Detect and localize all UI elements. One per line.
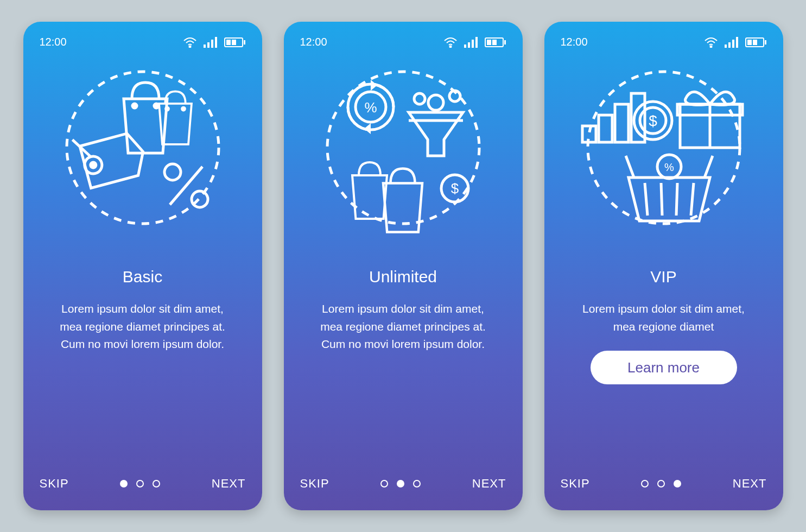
svg-rect-47 <box>747 40 752 45</box>
signal-icon <box>725 37 739 48</box>
svg-point-11 <box>154 104 158 108</box>
screen-title: Basic <box>40 268 246 286</box>
dot-2 <box>657 480 665 487</box>
skip-button[interactable]: SKIP <box>300 477 329 491</box>
svg-point-0 <box>189 46 191 47</box>
svg-rect-41 <box>725 45 727 48</box>
page-indicator <box>641 480 681 487</box>
svg-rect-22 <box>468 42 470 48</box>
page-indicator <box>380 480 421 487</box>
onboarding-screen-unlimited: 12:00 % <box>284 22 523 510</box>
status-time: 12:00 <box>300 36 327 48</box>
dot-3 <box>674 480 681 487</box>
vip-illustration: $ % <box>561 58 767 237</box>
battery-icon <box>224 37 246 48</box>
svg-rect-24 <box>475 37 478 48</box>
unlimited-illustration: % $ <box>300 58 506 237</box>
svg-rect-46 <box>765 40 766 45</box>
svg-rect-1 <box>204 45 206 48</box>
svg-rect-43 <box>732 40 734 48</box>
signal-icon <box>204 37 218 48</box>
nav-footer: SKIP NEXT <box>300 477 506 491</box>
svg-rect-3 <box>211 40 213 48</box>
battery-icon <box>485 37 506 48</box>
wifi-icon <box>183 37 197 48</box>
dot-1 <box>380 480 388 487</box>
dot-2 <box>136 480 144 487</box>
next-button[interactable]: NEXT <box>472 477 506 491</box>
svg-rect-26 <box>504 40 506 45</box>
next-button[interactable]: NEXT <box>733 477 767 491</box>
svg-text:%: % <box>364 99 377 116</box>
svg-point-17 <box>164 164 181 180</box>
svg-rect-44 <box>736 37 738 48</box>
svg-rect-4 <box>215 37 217 48</box>
nav-footer: SKIP NEXT <box>561 477 767 491</box>
wifi-icon <box>704 37 718 48</box>
status-bar: 12:00 <box>561 36 767 48</box>
status-indicators <box>183 37 246 48</box>
status-time: 12:00 <box>40 36 67 48</box>
onboarding-screen-vip: 12:00 $ <box>544 22 783 510</box>
page-indicator <box>120 480 160 487</box>
nav-footer: SKIP NEXT <box>40 477 246 491</box>
svg-rect-23 <box>472 40 474 48</box>
svg-rect-42 <box>728 42 731 48</box>
dot-1 <box>120 480 128 487</box>
screen-title: Unlimited <box>300 268 506 286</box>
svg-rect-2 <box>207 42 210 48</box>
dot-3 <box>153 480 160 487</box>
status-indicators <box>704 37 767 48</box>
next-button[interactable]: NEXT <box>212 477 246 491</box>
svg-line-56 <box>645 183 648 216</box>
learn-more-button[interactable]: Learn more <box>591 351 737 384</box>
svg-rect-7 <box>226 40 231 45</box>
svg-rect-6 <box>244 40 245 45</box>
svg-rect-28 <box>492 40 497 45</box>
dot-2 <box>397 480 404 487</box>
screen-title: VIP <box>561 268 767 286</box>
svg-rect-48 <box>753 40 757 45</box>
skip-button[interactable]: SKIP <box>561 477 590 491</box>
basic-illustration <box>40 58 246 237</box>
svg-point-40 <box>710 46 712 47</box>
svg-point-12 <box>166 107 169 111</box>
svg-point-34 <box>414 93 425 104</box>
dot-1 <box>641 480 649 487</box>
battery-icon <box>745 37 767 48</box>
svg-point-13 <box>182 107 185 111</box>
wifi-icon <box>443 37 458 48</box>
screen-description: Lorem ipsum dolor sit dim amet, mea regi… <box>300 300 506 353</box>
svg-rect-27 <box>487 40 491 45</box>
screen-description: Lorem ipsum dolor sit dim amet, mea regi… <box>40 300 246 353</box>
svg-text:%: % <box>664 161 674 173</box>
svg-point-35 <box>428 95 443 110</box>
svg-line-59 <box>691 183 694 216</box>
svg-point-20 <box>449 46 451 47</box>
status-time: 12:00 <box>561 36 588 48</box>
onboarding-screen-basic: 12:00 <box>23 22 262 510</box>
svg-point-15 <box>90 162 96 168</box>
svg-point-10 <box>132 104 137 108</box>
svg-marker-33 <box>364 123 371 134</box>
svg-text:$: $ <box>450 180 459 197</box>
svg-point-18 <box>192 191 208 207</box>
signal-icon <box>464 37 478 48</box>
skip-button[interactable]: SKIP <box>40 477 69 491</box>
svg-line-58 <box>676 183 677 216</box>
status-bar: 12:00 <box>40 36 246 48</box>
svg-line-57 <box>661 183 662 216</box>
status-indicators <box>443 37 506 48</box>
dot-3 <box>413 480 421 487</box>
screen-description: Lorem ipsum dolor sit dim amet, mea regi… <box>561 300 767 335</box>
svg-point-9 <box>67 72 219 224</box>
svg-text:$: $ <box>649 112 657 129</box>
status-bar: 12:00 <box>300 36 506 48</box>
svg-rect-8 <box>232 40 236 45</box>
svg-rect-21 <box>464 45 466 48</box>
